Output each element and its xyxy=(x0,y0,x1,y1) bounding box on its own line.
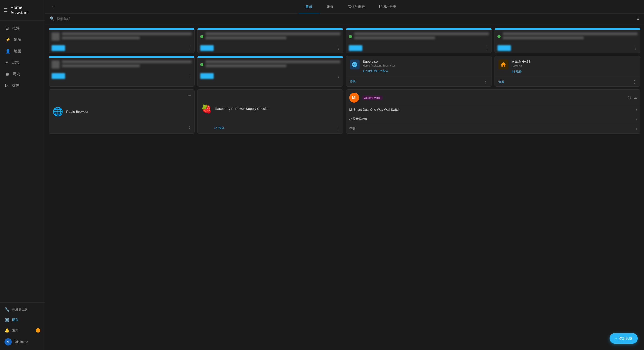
search-input[interactable] xyxy=(57,17,635,21)
card-footer: ⋮ xyxy=(198,43,343,53)
supervisor-options-button[interactable]: 选项 xyxy=(350,79,356,83)
device-name-2: 小爱音箱Pro xyxy=(349,117,636,121)
more-icon[interactable]: ⋮ xyxy=(337,74,340,78)
status-dot xyxy=(498,35,500,38)
card-body xyxy=(346,30,492,43)
card-footer: ⋮ xyxy=(346,43,492,53)
integration-card-homekit: 树莓派HASS HomeKit 1个服务 选项 ⋮ xyxy=(494,56,640,87)
radio-cloud-icon: ☁ xyxy=(188,92,192,97)
card-footer: ⋮ xyxy=(49,43,194,53)
card-body xyxy=(198,30,343,43)
card-footer: 选项 ⋮ xyxy=(495,77,640,86)
blurred-btn xyxy=(52,73,65,79)
status-dot xyxy=(200,63,203,66)
supervisor-service-link[interactable]: 1个服务 xyxy=(363,69,373,73)
card-info xyxy=(62,60,192,69)
integration-card-blurred-3: ⋮ xyxy=(346,28,492,53)
menu-icon[interactable]: ☰ xyxy=(4,8,8,13)
tab-devices[interactable]: 设备 xyxy=(320,1,341,13)
sidebar-label-dev-tools: 开发者工具 xyxy=(12,308,28,312)
sidebar-item-user[interactable]: M Mintimate xyxy=(0,335,45,348)
blurred-subtitle xyxy=(206,37,286,39)
xiaomi-cloud-icon: ☁ xyxy=(633,95,637,100)
homekit-more-button[interactable]: ⋮ xyxy=(632,79,636,85)
radio-more-button[interactable]: ⋮ xyxy=(187,125,192,131)
back-button[interactable]: ← xyxy=(50,2,58,11)
app-title: Home Assistant xyxy=(10,5,41,15)
filter-icon[interactable]: ≡ xyxy=(637,17,640,21)
card-top-band xyxy=(49,28,194,30)
sidebar-item-media[interactable]: ▷ 媒体 xyxy=(1,80,44,91)
main-content: ← 集成 设备 实体注册表 区域注册表 🔍 ≡ ⋮ xyxy=(45,0,644,350)
xiaomi-icon: MI xyxy=(349,93,359,103)
homekit-icon xyxy=(498,60,508,69)
sidebar-item-history[interactable]: ▦ 历史 xyxy=(1,68,44,80)
sidebar-item-config[interactable]: ⚙️ 配置 xyxy=(0,315,45,325)
integration-card-radio-browser: 🌐 Radio Browser ☁ ⋮ xyxy=(49,89,194,134)
blurred-title xyxy=(62,60,192,63)
xiaomi-device-2[interactable]: 小爱音箱Pro › xyxy=(346,114,640,124)
blurred-title xyxy=(62,33,192,35)
logs-icon: ≡ xyxy=(6,60,8,65)
add-icon: + xyxy=(615,336,617,340)
integration-card-blurred-1: ⋮ xyxy=(49,28,194,53)
sidebar-item-energy[interactable]: ⚡ 能源 xyxy=(1,34,44,45)
history-icon: ▦ xyxy=(6,72,9,76)
more-icon[interactable]: ⋮ xyxy=(634,46,638,50)
homekit-service-link[interactable]: 1个服务 xyxy=(511,70,522,73)
tab-integrations[interactable]: 集成 xyxy=(298,1,320,13)
card-body xyxy=(49,30,194,43)
more-icon[interactable]: ⋮ xyxy=(188,46,192,50)
integration-card-raspberry-pi: 🍓 Raspberry Pi Power Supply Checker 1个实体… xyxy=(197,89,343,134)
card-top-band xyxy=(49,56,194,58)
supervisor-more-button[interactable]: ⋮ xyxy=(484,79,488,84)
homekit-options-button[interactable]: 选项 xyxy=(498,80,504,84)
avatar: M xyxy=(4,338,12,345)
sidebar-item-logs[interactable]: ≡ 日志 xyxy=(1,57,44,68)
homekit-info: 树莓派HASS HomeKit 1个服务 xyxy=(511,60,531,74)
map-icon: 👤 xyxy=(6,49,10,54)
sidebar-item-overview[interactable]: ⊞ 概览 xyxy=(1,23,44,34)
sidebar-label-media: 媒体 xyxy=(12,83,19,88)
integration-card-xiaomi: MI Xiaomi MIoT ⬡ ☁ Mi Smart Dual One Way… xyxy=(346,89,640,134)
blurred-btn xyxy=(200,73,214,79)
sidebar-item-notifications[interactable]: 🔔 通知 1 xyxy=(0,325,45,335)
sidebar-item-dev-tools[interactable]: 🔧 开发者工具 xyxy=(0,304,45,315)
more-icon[interactable]: ⋮ xyxy=(337,46,340,50)
device-name-3: 空调 xyxy=(349,127,636,131)
blurred-subtitle xyxy=(62,65,140,67)
bell-icon: 🔔 xyxy=(4,328,10,333)
status-dot xyxy=(349,35,352,38)
chevron-icon: › xyxy=(636,117,637,121)
media-icon: ▷ xyxy=(6,83,8,88)
radio-name: Radio Browser xyxy=(66,110,88,113)
xiaomi-device-3[interactable]: 空调 › xyxy=(346,124,640,133)
dev-tools-icon: 🔧 xyxy=(4,307,10,312)
raspberry-more-button[interactable]: ⋮ xyxy=(336,125,340,131)
card-footer: ⋮ xyxy=(49,71,194,81)
more-icon[interactable]: ⋮ xyxy=(485,46,489,50)
card-inner: Supervisor Home Assistant Supervisor 1个服… xyxy=(346,56,492,77)
sidebar-item-map[interactable]: 👤 地图 xyxy=(1,46,44,57)
card-info xyxy=(503,33,638,41)
tab-area-registry[interactable]: 区域注册表 xyxy=(372,1,403,13)
integration-card-blurred-5: ⋮ xyxy=(49,56,194,87)
xiaomi-device-list: Mi Smart Dual One Way Wall Switch › 小爱音箱… xyxy=(346,105,640,133)
card-body xyxy=(198,58,343,71)
chevron-icon: › xyxy=(636,127,637,131)
card-info xyxy=(62,33,192,41)
raspberry-name: Raspberry Pi Power Supply Checker xyxy=(215,107,270,110)
xiaomi-device-1[interactable]: Mi Smart Dual One Way Wall Switch › xyxy=(346,105,640,114)
integration-card-supervisor: Supervisor Home Assistant Supervisor 1个服… xyxy=(346,56,492,87)
sidebar-label-overview: 概览 xyxy=(12,26,20,31)
add-integration-button[interactable]: + 添加集成 xyxy=(610,333,638,344)
more-icon[interactable]: ⋮ xyxy=(188,74,192,78)
sidebar-label-config: 配置 xyxy=(12,318,18,322)
card-top-band xyxy=(198,28,343,30)
raspberry-entity-link[interactable]: 1个实体 xyxy=(214,126,339,130)
tab-entity-registry[interactable]: 实体注册表 xyxy=(341,1,372,13)
supervisor-entities-link[interactable]: 3个实体 xyxy=(378,69,388,73)
homekit-name: 树莓派HASS xyxy=(511,60,531,64)
card-inner: 树莓派HASS HomeKit 1个服务 xyxy=(495,56,640,77)
blurred-subtitle xyxy=(206,65,286,67)
